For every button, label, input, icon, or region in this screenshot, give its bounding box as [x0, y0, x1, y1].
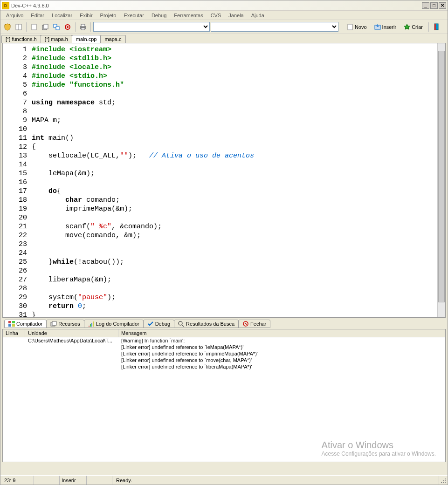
row-unidade: [25, 363, 118, 370]
log-do-compilador-icon: [88, 321, 95, 327]
insert-icon: [374, 24, 381, 30]
bookmark-icon[interactable]: [431, 22, 441, 32]
menu-localizar[interactable]: Localizar: [48, 11, 76, 20]
menu-arquivo[interactable]: Arquivo: [2, 11, 27, 20]
row-msg: [Linker error] undefined reference to `l…: [118, 344, 445, 350]
scrollbar-thumb[interactable]: [438, 51, 445, 302]
svg-rect-32: [443, 482, 444, 483]
file-tab[interactable]: [*] mapa.h: [41, 35, 72, 43]
criar-label: Criar: [412, 24, 423, 30]
svg-point-26: [179, 321, 182, 325]
minimize-button[interactable]: _: [422, 2, 429, 9]
svg-rect-11: [81, 28, 85, 30]
row-msg: [Linker error] undefined reference to `l…: [118, 363, 445, 370]
svg-rect-12: [348, 24, 352, 30]
status-ready: Ready.: [112, 476, 439, 485]
combo-2[interactable]: [211, 22, 338, 32]
row-unidade: [25, 357, 118, 363]
combo-1[interactable]: [93, 22, 210, 32]
compiler-row[interactable]: [Linker error] undefined reference to `l…: [3, 363, 445, 370]
bottom-tab-debug[interactable]: Debug: [143, 320, 174, 328]
svg-rect-21: [52, 321, 56, 325]
row-msg: [Linker error] undefined reference to `i…: [118, 350, 445, 357]
compiler-row[interactable]: [Linker error] undefined reference to `i…: [3, 350, 445, 357]
menu-executar[interactable]: Executar: [120, 11, 147, 20]
shield-icon[interactable]: [2, 22, 13, 32]
col-unidade[interactable]: Unidade: [25, 329, 118, 337]
bottom-tab-recursos[interactable]: Recursos: [46, 320, 84, 328]
pages-icon[interactable]: [40, 22, 50, 32]
compiler-header: Linha Unidade Mensagem: [3, 329, 445, 337]
bottom-tab-resultados-da-busca[interactable]: Resultados da Busca: [174, 320, 239, 328]
toolbar: Novo Inserir Criar: [0, 20, 448, 34]
recursos-icon: [50, 321, 57, 327]
svg-rect-2: [32, 24, 36, 30]
file-tabs: [*] functions.h[*] mapa.hmain.cppmapa.c: [0, 34, 448, 43]
criar-button[interactable]: Criar: [400, 22, 426, 32]
bottom-tabs: CompiladorRecursosLog do CompiladorDebug…: [2, 319, 446, 329]
bottom-tab-label: Compilador: [16, 321, 42, 327]
app-icon: D: [2, 2, 9, 9]
inserir-button[interactable]: Inserir: [371, 22, 400, 32]
resultados-da-busca-icon: [178, 321, 185, 327]
menu-janela[interactable]: Janela: [225, 11, 247, 20]
page-icon[interactable]: [29, 22, 39, 32]
compiler-row[interactable]: [Linker error] undefined reference to `l…: [3, 344, 445, 350]
resize-grip[interactable]: [439, 477, 447, 484]
file-tab[interactable]: [*] functions.h: [1, 35, 41, 43]
file-tab[interactable]: mapa.c: [100, 35, 125, 43]
row-linha: [3, 337, 25, 344]
compiler-output: Linha Unidade Mensagem C:\Users\Matheus\…: [2, 329, 446, 462]
maximize-button[interactable]: □: [430, 2, 438, 9]
bottom-tab-label: Resultados da Busca: [186, 321, 234, 327]
svg-rect-34: [441, 482, 442, 483]
debug-icon: [147, 321, 154, 327]
menu-exibir[interactable]: Exibir: [76, 11, 96, 20]
book-icon[interactable]: [14, 22, 24, 32]
compiler-row[interactable]: [Linker error] undefined reference to `m…: [3, 357, 445, 363]
svg-rect-25: [93, 321, 94, 327]
code-area[interactable]: #include <iostream>#include <stdlib.h>#i…: [30, 43, 437, 317]
bottom-tab-fechar[interactable]: Fechar: [238, 320, 270, 328]
row-linha: [3, 357, 25, 363]
novo-button[interactable]: Novo: [344, 22, 370, 32]
menu-cvs[interactable]: CVS: [207, 11, 225, 20]
menu-debug[interactable]: Debug: [148, 11, 170, 20]
window-title: Dev-C++ 4.9.8.0: [11, 3, 422, 8]
status-spacer2: [87, 476, 112, 485]
novo-label: Novo: [355, 24, 367, 30]
create-icon: [404, 24, 410, 30]
col-mensagem[interactable]: Mensagem: [118, 329, 445, 337]
menu-editar[interactable]: Editar: [27, 11, 48, 20]
menu-ajuda[interactable]: Ajuda: [248, 11, 268, 20]
menu-ferramentas[interactable]: Ferramentas: [170, 11, 207, 20]
bottom-tab-compilador[interactable]: Compilador: [4, 320, 47, 328]
status-spacer: [34, 476, 60, 485]
file-tab[interactable]: main.cpp: [72, 35, 101, 43]
svg-point-8: [67, 26, 69, 28]
row-unidade: [25, 344, 118, 350]
compiler-row[interactable]: C:\Users\Matheus\AppData\Local\T...[Warn…: [3, 337, 445, 344]
menu-projeto[interactable]: Projeto: [96, 11, 120, 20]
compilador-icon: [8, 321, 15, 327]
gear-icon[interactable]: [62, 22, 73, 32]
insert-mode: Inserir: [60, 476, 87, 485]
svg-rect-16: [8, 321, 11, 323]
close-button[interactable]: ✕: [439, 2, 446, 9]
svg-rect-17: [12, 321, 15, 323]
titlebar: D Dev-C++ 4.9.8.0 _ □ ✕: [0, 0, 448, 11]
cursor-position: 23: 9: [0, 476, 34, 485]
vertical-scrollbar[interactable]: [437, 43, 445, 317]
svg-rect-24: [91, 323, 92, 327]
bottom-tab-log-do-compilador[interactable]: Log do Compilador: [84, 320, 144, 328]
col-linha[interactable]: Linha: [3, 329, 25, 337]
compiler-rows: C:\Users\Matheus\AppData\Local\T...[Warn…: [3, 337, 445, 370]
print-icon[interactable]: [78, 22, 88, 32]
row-linha: [3, 344, 25, 350]
windows-icon[interactable]: [51, 22, 62, 32]
svg-rect-4: [44, 24, 48, 29]
svg-rect-15: [434, 24, 436, 30]
fechar-icon: [242, 321, 249, 327]
row-unidade: [25, 350, 118, 357]
svg-rect-6: [56, 27, 59, 30]
